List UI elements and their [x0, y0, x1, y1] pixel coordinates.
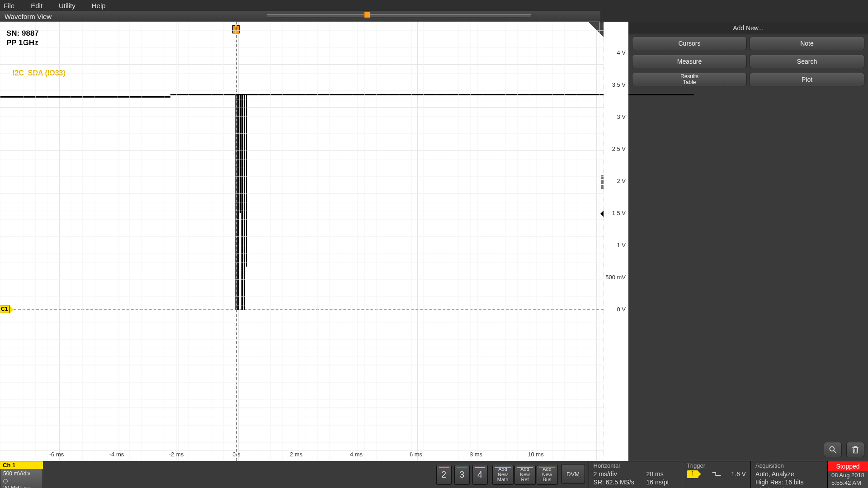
x-tick: 4 ms: [350, 451, 363, 458]
x-tick: -6 ms: [49, 451, 64, 458]
impedance-icon: [3, 479, 8, 483]
horiz-position: 39.4%: [660, 486, 678, 488]
menu-help[interactable]: Help: [92, 2, 106, 9]
overview-trigger-marker[interactable]: [364, 12, 370, 18]
menu-edit[interactable]: Edit: [31, 2, 42, 9]
x-tick: 10 ms: [528, 451, 543, 458]
info-serial: SN: 9887: [6, 28, 39, 38]
x-tick: -4 ms: [109, 451, 124, 458]
horizontal-title: Horizontal: [594, 462, 678, 469]
run-stop-status[interactable]: Stopped: [828, 461, 868, 471]
falling-edge-icon: [712, 471, 721, 477]
y-tick: 3.5 V: [612, 81, 626, 88]
y-tick: 0 V: [617, 306, 626, 313]
note-button[interactable]: Note: [750, 37, 864, 50]
date: 08 Aug 2018: [831, 472, 864, 479]
trigger-channel-badge: 1: [687, 470, 698, 478]
x-tick: -2 ms: [169, 451, 184, 458]
ground-line: [0, 309, 604, 310]
add-bus-button[interactable]: AddNewBus: [537, 465, 558, 485]
channel-1-title: Ch 1: [0, 461, 43, 469]
channel-2-label: 2: [441, 469, 446, 480]
channel-2-button[interactable]: 2: [436, 465, 452, 485]
y-tick: 3 V: [617, 113, 626, 120]
search-zoom-icon: [828, 445, 837, 454]
horiz-recordlen: RL: 1.25 Mpts: [594, 486, 637, 488]
horiz-resolution: 16 ns/pt: [646, 478, 669, 486]
overview-track[interactable]: [267, 14, 531, 17]
time: 5:55:42 AM: [831, 479, 864, 487]
corner-fold-icon[interactable]: [588, 22, 604, 37]
channel-4-label: 4: [477, 469, 482, 480]
trigger-level: 1.6 V: [731, 470, 746, 478]
cursors-button[interactable]: Cursors: [632, 37, 747, 50]
y-axis-gutter: 4 V 3.5 V 3 V 2.5 V 2 V 1.5 V 1 V 500 mV…: [604, 22, 628, 461]
svg-point-0: [830, 446, 834, 451]
x-tick: 2 ms: [290, 451, 302, 458]
menu-utility[interactable]: Utility: [59, 2, 75, 9]
channel-3-label: 3: [459, 469, 464, 480]
trigger-panel[interactable]: Trigger 1 1.6 V: [682, 461, 750, 488]
acq-res: High Res: 16 bits: [755, 478, 804, 486]
channel-signal-label: I2C_SDA (IO33): [13, 69, 66, 77]
add-math-button[interactable]: AddNewMath: [492, 465, 514, 485]
y-tick: 4 V: [617, 49, 626, 56]
trash-button[interactable]: [846, 442, 864, 457]
info-block: SN: 9887 PP 1GHz: [6, 28, 39, 48]
y-tick: 2.5 V: [612, 145, 626, 152]
acq-mode: Auto, Analyze: [755, 470, 794, 478]
waveform-trace: [0, 96, 170, 98]
waveform-plot[interactable]: SN: 9887 PP 1GHz I2C_SDA (IO33) T C1 -6 …: [0, 22, 604, 461]
acquisition-panel[interactable]: Acquisition Auto, Analyze High Res: 16 b…: [750, 461, 827, 488]
svg-line-1: [834, 451, 836, 453]
measure-button[interactable]: Measure: [632, 55, 747, 68]
acq-single: Single: 1 /1: [755, 486, 787, 488]
overview-scrubber[interactable]: [267, 12, 531, 19]
bw-icon: ʙᴡ: [24, 486, 30, 488]
channel-1-badge[interactable]: Ch 1 500 mV/div 20 MHz ʙᴡ: [0, 461, 43, 488]
horiz-scale: 2 ms/div: [594, 470, 637, 478]
y-tick: 2 V: [617, 178, 626, 184]
dvm-button[interactable]: DVM: [561, 464, 585, 484]
channel-1-scale: 500 mV/div: [3, 470, 40, 477]
x-tick: 6 ms: [410, 451, 422, 458]
horiz-window: 20 ms: [646, 470, 664, 478]
channel-1-bw: 20 MHz: [3, 485, 22, 488]
zoom-search-button[interactable]: [824, 442, 842, 457]
y-tick: 1 V: [617, 242, 626, 249]
channel-3-button[interactable]: 3: [454, 465, 470, 485]
trigger-title: Trigger: [687, 462, 746, 469]
search-button[interactable]: Search: [750, 55, 864, 68]
y-tick: 500 mV: [605, 274, 626, 281]
acquisition-title: Acquisition: [755, 462, 823, 469]
ground-badge[interactable]: C1: [0, 305, 9, 313]
plot-button[interactable]: Plot: [750, 73, 864, 86]
x-axis-ticks: -6 ms -4 ms -2 ms 0 s 2 ms 4 ms 6 ms 8 m…: [0, 451, 604, 459]
waveform-trace: [235, 94, 249, 310]
y-tick: 1.5 V: [612, 210, 626, 216]
datetime-display: 08 Aug 2018 5:55:42 AM: [828, 471, 868, 488]
horiz-samplerate: SR: 62.5 MS/s: [594, 478, 637, 486]
channel-4-button[interactable]: 4: [472, 465, 488, 485]
menu-file[interactable]: File: [4, 2, 14, 9]
results-table-button[interactable]: Results Table: [632, 73, 747, 86]
trigger-time-badge[interactable]: T: [232, 25, 240, 33]
trash-icon: [851, 445, 860, 454]
add-new-header[interactable]: Add New...: [628, 22, 868, 34]
info-probe: PP 1GHz: [6, 38, 39, 47]
x-tick: 8 ms: [470, 451, 482, 458]
x-tick: 0 s: [232, 451, 240, 458]
add-ref-button[interactable]: AddNewRef: [514, 465, 536, 485]
